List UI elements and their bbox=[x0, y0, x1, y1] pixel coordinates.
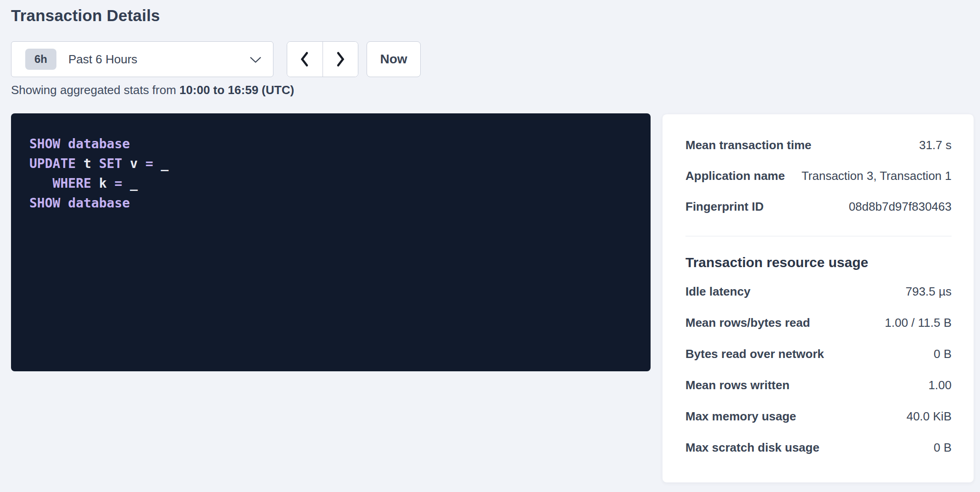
stat-value: 40.0 KiB bbox=[907, 409, 952, 424]
aggregation-period-range: 10:00 to 16:59 (UTC) bbox=[179, 83, 294, 97]
page-title: Transaction Details bbox=[11, 6, 160, 25]
stat-label: Max memory usage bbox=[685, 409, 796, 424]
sql-keyword: database bbox=[68, 136, 130, 151]
sql-identifier: k bbox=[99, 176, 115, 191]
sql-keyword: SHOW bbox=[29, 136, 68, 151]
sql-statement-box: SHOW database UPDATE t SET v = _ WHERE k… bbox=[11, 113, 651, 371]
stat-label: Mean rows written bbox=[685, 378, 790, 392]
stat-value: 0 B bbox=[934, 441, 952, 455]
stat-label: Bytes read over network bbox=[685, 347, 824, 361]
stat-label: Mean transaction time bbox=[685, 138, 812, 152]
stat-row-fingerprint-id: Fingerprint ID 08d8b7d97f830463 bbox=[685, 191, 952, 222]
stat-value: Transaction 3, Transaction 1 bbox=[802, 169, 952, 183]
stat-value: 0 B bbox=[934, 347, 952, 361]
aggregation-period-text: Showing aggregated stats from 10:00 to 1… bbox=[11, 83, 294, 97]
time-controls: 6h Past 6 Hours Now bbox=[11, 41, 421, 77]
sql-line: SHOW database bbox=[29, 134, 632, 154]
sql-line: WHERE k = _ bbox=[29, 173, 632, 193]
now-button[interactable]: Now bbox=[367, 41, 421, 77]
aggregation-period-prefix: Showing aggregated stats from bbox=[11, 83, 179, 97]
stat-row-max-memory-usage: Max memory usage 40.0 KiB bbox=[685, 401, 952, 432]
prev-interval-button[interactable] bbox=[287, 42, 323, 77]
stat-row-mean-transaction-time: Mean transaction time 31.7 s bbox=[685, 130, 952, 161]
stat-value: 31.7 s bbox=[919, 138, 952, 152]
sql-keyword: database bbox=[68, 196, 130, 211]
sql-identifier: v bbox=[130, 156, 145, 171]
stat-row-bytes-read-over-network: Bytes read over network 0 B bbox=[685, 338, 952, 369]
sql-keyword: SET bbox=[99, 156, 130, 171]
resource-usage-section: Idle latency 793.5 µs Mean rows/bytes re… bbox=[685, 276, 952, 463]
stat-row-application-name: Application name Transaction 3, Transact… bbox=[685, 161, 952, 191]
stat-value: 1.00 bbox=[928, 378, 952, 392]
stat-row-idle-latency: Idle latency 793.5 µs bbox=[685, 276, 952, 307]
time-range-badge: 6h bbox=[25, 49, 56, 70]
sql-operator: = bbox=[114, 176, 130, 191]
chevron-left-icon bbox=[300, 51, 310, 67]
stat-row-mean-rows-written: Mean rows written 1.00 bbox=[685, 369, 952, 401]
sql-line: SHOW database bbox=[29, 193, 632, 213]
stat-label: Application name bbox=[685, 169, 785, 183]
stat-row-max-scratch-disk-usage: Max scratch disk usage 0 B bbox=[685, 432, 952, 463]
stat-value: 08d8b7d97f830463 bbox=[849, 200, 952, 214]
summary-section: Mean transaction time 31.7 s Application… bbox=[685, 130, 952, 222]
stat-value: 1.00 / 11.5 B bbox=[885, 316, 952, 330]
sql-identifier: t bbox=[84, 156, 99, 171]
sql-keyword: WHERE bbox=[29, 176, 99, 191]
time-range-label: Past 6 Hours bbox=[68, 52, 137, 67]
time-nav-group bbox=[287, 41, 358, 77]
time-range-dropdown[interactable]: 6h Past 6 Hours bbox=[11, 41, 273, 77]
resource-usage-heading: Transaction resource usage bbox=[685, 255, 952, 270]
sql-placeholder: _ bbox=[161, 156, 169, 171]
sql-line: UPDATE t SET v = _ bbox=[29, 154, 632, 173]
stat-label: Idle latency bbox=[685, 285, 751, 299]
stat-label: Max scratch disk usage bbox=[685, 441, 819, 455]
sql-operator: = bbox=[145, 156, 161, 171]
stat-row-mean-rows-bytes-read: Mean rows/bytes read 1.00 / 11.5 B bbox=[685, 307, 952, 338]
stat-label: Mean rows/bytes read bbox=[685, 316, 810, 330]
stat-value: 793.5 µs bbox=[906, 285, 952, 299]
transaction-details-page: Transaction Details 6h Past 6 Hours Now … bbox=[0, 0, 980, 492]
sql-keyword: UPDATE bbox=[29, 156, 84, 171]
next-interval-button[interactable] bbox=[323, 42, 358, 77]
stat-label: Fingerprint ID bbox=[685, 200, 763, 214]
sql-placeholder: _ bbox=[130, 176, 138, 191]
transaction-stats-card: Mean transaction time 31.7 s Application… bbox=[662, 114, 974, 483]
sql-keyword: SHOW bbox=[29, 196, 68, 211]
chevron-down-icon bbox=[250, 57, 261, 63]
divider bbox=[685, 236, 952, 236]
chevron-right-icon bbox=[335, 51, 345, 67]
